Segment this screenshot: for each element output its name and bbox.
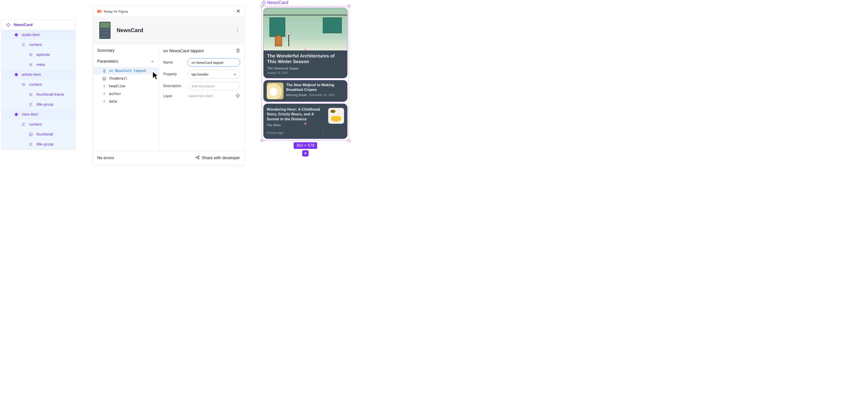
layer-row-content[interactable]: content — [2, 119, 75, 129]
text-icon: T — [102, 84, 106, 88]
param-date[interactable]: T date — [93, 98, 159, 106]
svg-rect-48 — [265, 2, 266, 3]
layer-label: episode — [36, 53, 50, 57]
param-headline[interactable]: T headline — [93, 82, 159, 90]
svg-rect-47 — [262, 2, 263, 3]
frame-icon — [29, 143, 33, 146]
property-select[interactable]: tap-handler — [188, 70, 240, 79]
resize-handle[interactable] — [348, 5, 350, 7]
svg-point-31 — [99, 10, 102, 13]
layer-label: Layer — [163, 94, 185, 98]
hero-image — [264, 8, 347, 51]
canvas-component-label[interactable]: NewsCard — [262, 0, 349, 5]
text-icon: T — [102, 100, 106, 103]
hero-source: The Seasonal Sagas — [267, 66, 344, 70]
plugin-footer: No errors Share with developer — [93, 151, 244, 165]
layer-row-title-group[interactable]: title-group — [2, 99, 75, 110]
article-date: November 10, 2021 — [309, 93, 335, 97]
selection-bounds[interactable]: The Wonderful Architectures of This Wint… — [262, 6, 349, 141]
audio-item-variant[interactable]: Wondering Hour: A Childhood Story, Grizz… — [264, 103, 347, 139]
layer-label: audio-item — [22, 33, 40, 37]
layer-label: thumbnail-frame — [36, 92, 64, 97]
component-thumbnail — [97, 20, 113, 41]
component-icon — [14, 73, 18, 76]
layer-row-episode[interactable]: episode — [2, 50, 75, 60]
article-thumbnail — [267, 83, 283, 99]
param-on-newscard-tapped[interactable]: on NewsCard tapped — [93, 67, 159, 74]
autolayout-icon — [29, 53, 33, 56]
svg-rect-2 — [6, 24, 7, 26]
article-item-variant[interactable]: The New Method to Making Breakfast Crepe… — [264, 80, 347, 102]
layer-label: content — [29, 82, 42, 87]
svg-rect-1 — [8, 26, 9, 27]
share-with-developer-button[interactable]: Share with developer — [195, 155, 240, 160]
resize-handle[interactable] — [348, 139, 350, 142]
layer-label: thumbnail — [36, 132, 53, 137]
svg-rect-45 — [263, 1, 265, 2]
more-menu-button[interactable]: ⋮ — [235, 27, 240, 33]
resize-handle[interactable] — [260, 139, 263, 142]
description-label: Description — [163, 84, 185, 88]
svg-line-44 — [197, 158, 198, 158]
audio-source: The Bees — [267, 123, 326, 127]
layer-row-audio-item[interactable]: audio-item — [2, 30, 75, 40]
add-variant-button[interactable]: + — [302, 150, 309, 156]
layer-row-article-item[interactable]: article-item — [2, 70, 75, 80]
name-input[interactable]: on NewsCard tapped — [188, 58, 240, 67]
layer-label: title-group — [36, 142, 54, 147]
svg-rect-46 — [263, 3, 265, 4]
layer-label: article-item — [22, 72, 41, 77]
layer-row-root[interactable]: NewsCard — [2, 20, 75, 30]
target-layer-button[interactable] — [236, 93, 240, 99]
svg-point-33 — [103, 78, 104, 78]
layer-row-title-group[interactable]: title-group — [2, 139, 75, 149]
autolayout-icon — [22, 83, 26, 86]
newscard-component: The Wonderful Architectures of This Wint… — [264, 8, 347, 139]
component-icon — [14, 33, 18, 36]
component-set-icon — [6, 23, 10, 27]
layer-tree-panel: NewsCard audio-item content episode meta… — [1, 20, 75, 150]
svg-rect-0 — [8, 23, 9, 24]
layer-row-thumbnail-frame[interactable]: thumbnail-frame — [2, 90, 75, 99]
svg-point-42 — [198, 158, 199, 159]
audio-more-button[interactable]: ⋮ — [321, 130, 326, 136]
layer-row-content[interactable]: content — [2, 80, 75, 90]
param-thumbnail[interactable]: thumbnail — [93, 74, 159, 82]
name-label: Name — [163, 60, 185, 64]
layer-row-content[interactable]: content — [2, 40, 75, 50]
article-headline: The New Method to Making Breakfast Crepe… — [286, 83, 344, 92]
parameter-detail-heading: on NewsCard tapped — [163, 49, 204, 53]
canvas-preview: NewsCard The Wonderful Architectures of … — [262, 0, 349, 156]
layer-row-thumbnail[interactable]: thumbnail — [2, 129, 75, 139]
svg-point-26 — [30, 133, 31, 134]
add-parameter-button[interactable]: ＋ — [150, 58, 155, 65]
svg-line-43 — [197, 156, 198, 157]
param-label: on NewsCard tapped — [109, 69, 146, 73]
relay-plugin-panel: Relay for Figma NewsCard ⋮ Summary Param… — [93, 6, 244, 165]
audio-time: 4 hours ago — [267, 131, 283, 135]
layer-label: content — [29, 122, 42, 127]
description-input[interactable]: Add description — [188, 82, 240, 90]
layer-row-meta[interactable]: meta — [2, 60, 75, 70]
chevron-down-icon — [234, 72, 236, 76]
resize-handle[interactable] — [260, 5, 263, 7]
param-author[interactable]: T author — [93, 90, 159, 98]
svg-point-41 — [198, 156, 199, 156]
component-set-icon — [262, 1, 266, 5]
close-button[interactable] — [237, 9, 240, 13]
autolayout-icon — [29, 93, 33, 96]
hero-item-variant[interactable]: The Wonderful Architectures of This Wint… — [264, 8, 347, 78]
layer-label: hero-item — [22, 112, 38, 117]
audio-thumbnail — [328, 108, 344, 124]
share-icon — [195, 155, 199, 160]
hero-date: August 25, 2021 — [267, 71, 344, 74]
component-header-bar: NewsCard ⋮ — [93, 17, 244, 44]
summary-heading[interactable]: Summary — [93, 48, 159, 58]
layer-label: content — [29, 42, 42, 47]
layer-row-hero-item[interactable]: hero-item — [2, 110, 75, 119]
component-name: NewsCard — [117, 27, 143, 33]
image-icon — [29, 133, 33, 136]
image-icon — [102, 77, 106, 80]
param-label: author — [109, 92, 121, 96]
delete-parameter-button[interactable] — [236, 48, 240, 54]
